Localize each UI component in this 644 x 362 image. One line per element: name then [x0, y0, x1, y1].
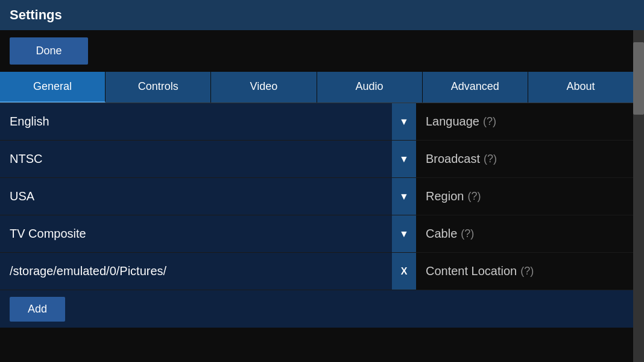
- broadcast-value: NTSC: [0, 152, 392, 166]
- language-dropdown[interactable]: ▼: [392, 103, 416, 140]
- broadcast-help[interactable]: (?): [484, 153, 497, 165]
- scrollbar[interactable]: [633, 30, 644, 362]
- add-row: Add: [0, 290, 633, 328]
- content-location-value: /storage/emulated/0/Pictures/: [0, 264, 392, 278]
- content-location-help[interactable]: (?): [520, 265, 534, 278]
- setting-left-broadcast: NTSC ▼: [0, 141, 416, 177]
- settings-title: Settings: [10, 7, 62, 23]
- tab-video[interactable]: Video: [211, 72, 317, 103]
- scrollbar-thumb[interactable]: [633, 42, 644, 115]
- cable-value: TV Composite: [0, 227, 392, 241]
- language-help[interactable]: (?): [483, 115, 496, 128]
- cable-help[interactable]: (?): [461, 227, 474, 240]
- tab-controls[interactable]: Controls: [106, 72, 211, 103]
- language-label: Language (?): [416, 115, 633, 129]
- setting-left-cable: TV Composite ▼: [0, 215, 416, 252]
- tab-general[interactable]: General: [0, 72, 106, 103]
- cable-dropdown[interactable]: ▼: [392, 215, 416, 252]
- content-location-clear[interactable]: X: [392, 253, 416, 290]
- region-help[interactable]: (?): [467, 190, 481, 203]
- region-value: USA: [0, 189, 392, 203]
- content-location-label: Content Location (?): [416, 264, 633, 278]
- tab-audio[interactable]: Audio: [317, 72, 423, 103]
- region-dropdown[interactable]: ▼: [392, 178, 416, 215]
- tab-advanced[interactable]: Advanced: [423, 72, 528, 103]
- setting-left-content-location: /storage/emulated/0/Pictures/ X: [0, 253, 416, 290]
- region-label: Region (?): [416, 189, 633, 203]
- setting-left-region: USA ▼: [0, 178, 416, 215]
- setting-row-broadcast: NTSC ▼ Broadcast (?): [0, 141, 633, 178]
- setting-row-language: English ▼ Language (?): [0, 103, 633, 141]
- settings-rows: English ▼ Language (?) NTSC ▼: [0, 103, 633, 328]
- done-section: Done: [0, 30, 633, 72]
- language-value: English: [0, 115, 392, 129]
- broadcast-dropdown[interactable]: ▼: [392, 141, 416, 177]
- setting-left-language: English ▼: [0, 103, 416, 140]
- broadcast-label: Broadcast (?): [416, 152, 633, 166]
- setting-row-cable: TV Composite ▼ Cable (?): [0, 215, 633, 253]
- tab-about[interactable]: About: [528, 72, 633, 103]
- title-bar: Settings: [0, 0, 644, 30]
- tabs-bar: General Controls Video Audio Advanced Ab…: [0, 72, 633, 103]
- setting-row-content-location: /storage/emulated/0/Pictures/ X Content …: [0, 253, 633, 290]
- setting-row-region: USA ▼ Region (?): [0, 178, 633, 215]
- done-button[interactable]: Done: [10, 37, 88, 65]
- add-button[interactable]: Add: [10, 297, 65, 322]
- cable-label: Cable (?): [416, 227, 633, 241]
